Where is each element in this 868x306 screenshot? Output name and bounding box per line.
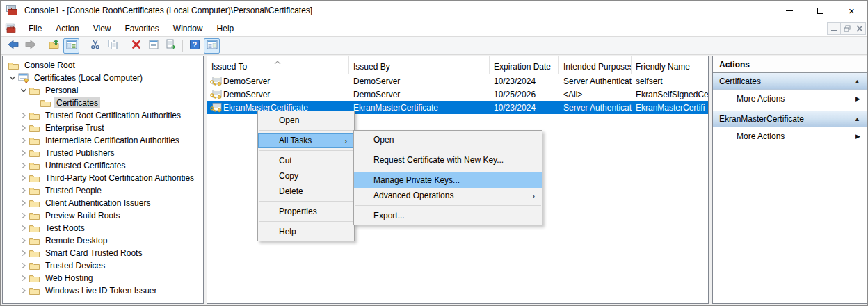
certificate-row-demoserver[interactable]: DemoServerDemoServer10/23/2024Server Aut… (207, 74, 708, 88)
close-button[interactable]: × (836, 1, 867, 20)
tree-item-trusted-people[interactable]: Trusted People (3, 184, 203, 197)
menu-item-label: Export... (373, 211, 405, 220)
child-close-button[interactable] (853, 23, 865, 34)
tree-item-certificates-local-computer[interactable]: Certificates (Local Computer) (3, 72, 203, 84)
tree-item-trusted-publishers[interactable]: Trusted Publishers (3, 147, 203, 159)
collapse-section-icon[interactable]: ▲ (854, 115, 860, 122)
tree-item-enterprise-trust[interactable]: Enterprise Trust (3, 122, 203, 134)
all-tasks-submenu-item-advanced-operations[interactable]: Advanced Operations› (354, 188, 542, 203)
maximize-button[interactable] (805, 1, 836, 20)
tree-item-intermediate-certification-authorities[interactable]: Intermediate Certification Authorities (3, 134, 203, 147)
actions-section-certificates[interactable]: Certificates ▲ (713, 73, 867, 90)
context-menu-item-all-tasks[interactable]: All Tasks› (258, 133, 354, 148)
toolbar-separator (124, 40, 124, 52)
menu-favorites[interactable]: Favorites (118, 21, 166, 36)
tree-item-certificates[interactable]: Certificates (3, 97, 203, 109)
context-menu-item-help[interactable]: Help (258, 224, 354, 239)
show-hide-console-tree-button[interactable] (63, 38, 79, 54)
context-menu-item-properties[interactable]: Properties (258, 204, 354, 219)
more-actions-ekranmastercertificate[interactable]: More Actions ▶ (713, 127, 867, 145)
export-list-button[interactable] (163, 38, 179, 54)
menu-view[interactable]: View (86, 21, 118, 36)
tree-item-test-roots[interactable]: Test Roots (3, 222, 203, 234)
chevron-collapsed-icon[interactable] (18, 160, 29, 171)
chevron-collapsed-icon[interactable] (18, 172, 29, 184)
tree-item-web-hosting[interactable]: Web Hosting (3, 272, 203, 284)
column-header-intended-purposes[interactable]: Intended Purposes (559, 56, 632, 74)
tree-item-console-root[interactable]: Console Root (3, 59, 203, 72)
show-hide-action-pane-button[interactable] (204, 38, 220, 54)
copy-button[interactable] (104, 38, 120, 54)
minimize-button[interactable] (773, 1, 805, 20)
all-tasks-submenu-item-export[interactable]: Export... (354, 208, 542, 223)
menu-item-label: Delete (279, 186, 303, 196)
tree-item-trusted-root-certification-authorities[interactable]: Trusted Root Certification Authorities (3, 109, 203, 122)
all-tasks-submenu-item-request-certificate-with-new-key[interactable]: Request Certificate with New Key... (354, 152, 542, 168)
certificate-row-demoserver[interactable]: DemoServerDemoServer10/25/2026<All>Ekran… (207, 88, 708, 101)
all-tasks-submenu-separator (355, 170, 541, 170)
chevron-expanded-icon[interactable] (18, 85, 29, 96)
chevron-collapsed-icon[interactable] (18, 147, 29, 159)
menu-action[interactable]: Action (49, 21, 86, 36)
mmc-window: Console1 - [Console Root\Certificates (L… (0, 0, 868, 306)
chevron-collapsed-icon[interactable] (18, 248, 29, 259)
chevron-collapsed-icon[interactable] (18, 235, 29, 246)
column-header-issued-to[interactable]: Issued To (207, 56, 349, 74)
chevron-collapsed-icon[interactable] (18, 260, 29, 271)
chevron-collapsed-icon[interactable] (18, 135, 29, 146)
chevron-collapsed-icon[interactable] (18, 210, 29, 221)
menu-help[interactable]: Help (210, 21, 241, 36)
properties-button[interactable] (145, 38, 161, 54)
tree-item-windows-live-id-token-issuer[interactable]: Windows Live ID Token Issuer (3, 284, 203, 297)
more-actions-certificates[interactable]: More Actions ▶ (713, 90, 867, 107)
context-menu-item-open[interactable]: Open (258, 113, 354, 128)
tree-item-client-authentication-issuers[interactable]: Client Authentication Issuers (3, 197, 203, 209)
chevron-collapsed-icon[interactable] (18, 285, 29, 296)
chevron-collapsed-icon[interactable] (18, 198, 29, 209)
certificate-icon (210, 76, 222, 86)
chevron-expanded-icon[interactable] (7, 72, 18, 83)
collapse-section-icon[interactable]: ▲ (854, 78, 860, 85)
context-menu: OpenAll Tasks›CutCopyDeletePropertiesHel… (257, 111, 355, 241)
toolbar-separator (83, 40, 83, 52)
context-menu-item-delete[interactable]: Delete (258, 184, 354, 199)
actions-section-ekranmastercertificate[interactable]: EkranMasterCertificate ▲ (713, 111, 867, 127)
chevron-collapsed-icon[interactable] (18, 223, 29, 234)
menu-item-label: Manage Private Keys... (373, 175, 460, 185)
menu-item-label: All Tasks (279, 136, 312, 145)
tree-item-personal[interactable]: Personal (3, 84, 203, 97)
tree-item-smart-card-trusted-roots[interactable]: Smart Card Trusted Roots (3, 247, 203, 259)
column-header-friendly-name[interactable]: Friendly Name (632, 56, 708, 74)
menu-file[interactable]: File (22, 21, 49, 36)
child-restore-button[interactable] (840, 23, 853, 34)
chevron-collapsed-icon[interactable] (18, 185, 29, 196)
tree-item-label: Trusted Root Certification Authorities (43, 110, 183, 121)
folder-icon (29, 161, 40, 170)
all-tasks-submenu-item-manage-private-keys[interactable]: Manage Private Keys... (354, 172, 542, 188)
delete-button[interactable] (128, 38, 144, 54)
child-minimize-button[interactable] (828, 23, 840, 34)
tree-item-third-party-root-certification-authorities[interactable]: Third-Party Root Certification Authoriti… (3, 172, 203, 184)
tree-item-untrusted-certificates[interactable]: Untrusted Certificates (3, 159, 203, 172)
column-header-issued-by[interactable]: Issued By (349, 56, 490, 74)
chevron-collapsed-icon[interactable] (18, 110, 29, 121)
context-menu-item-cut[interactable]: Cut (258, 153, 354, 168)
cut-button[interactable] (87, 38, 103, 54)
chevron-collapsed-icon[interactable] (18, 122, 29, 134)
cell-intended-purposes: <All> (559, 90, 632, 99)
more-actions-label: More Actions (737, 94, 785, 104)
back-button[interactable] (5, 38, 21, 54)
column-header-expiration-date[interactable]: Expiration Date (490, 56, 559, 74)
context-menu-item-copy[interactable]: Copy (258, 168, 354, 184)
tree-item-preview-build-roots[interactable]: Preview Build Roots (3, 209, 203, 222)
tree-item-trusted-devices[interactable]: Trusted Devices (3, 259, 203, 272)
menu-window[interactable]: Window (166, 21, 210, 36)
all-tasks-submenu-item-open[interactable]: Open (354, 132, 542, 147)
actions-section-title: EkranMasterCertificate (719, 114, 804, 124)
up-one-level-button[interactable] (46, 38, 62, 54)
forward-button[interactable] (22, 38, 38, 54)
submenu-arrow-icon: › (344, 136, 347, 146)
tree-item-remote-desktop[interactable]: Remote Desktop (3, 234, 203, 247)
chevron-collapsed-icon[interactable] (18, 273, 29, 284)
help-button[interactable]: ? (186, 38, 202, 54)
